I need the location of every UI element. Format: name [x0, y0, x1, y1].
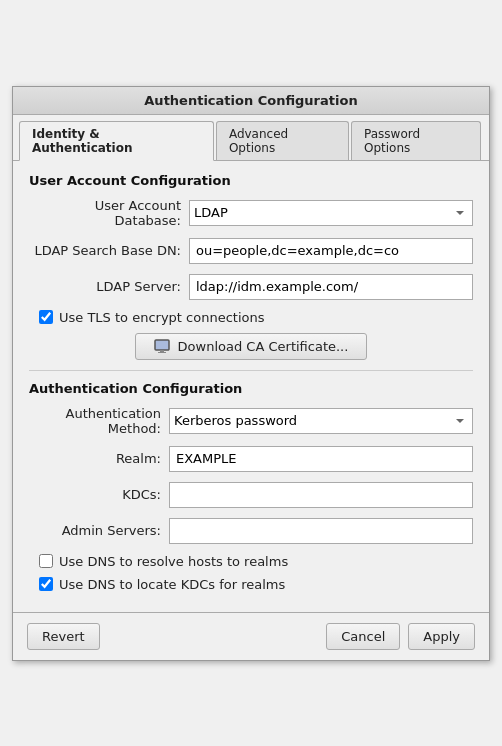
use-dns-hosts-label: Use DNS to resolve hosts to realms: [59, 554, 288, 569]
use-dns-kdcs-label: Use DNS to locate KDCs for realms: [59, 577, 285, 592]
tab-identity[interactable]: Identity & Authentication: [19, 121, 214, 161]
use-dns-hosts-row: Use DNS to resolve hosts to realms: [29, 554, 473, 569]
auth-config-section-title: Authentication Configuration: [29, 381, 473, 396]
main-dialog: Authentication Configuration Identity & …: [12, 86, 490, 661]
ldap-server-row: LDAP Server:: [29, 274, 473, 300]
auth-method-select[interactable]: Kerberos password LDAP password Local: [169, 408, 473, 434]
use-tls-label: Use TLS to encrypt connections: [59, 310, 264, 325]
use-tls-row: Use TLS to encrypt connections: [29, 310, 473, 325]
use-tls-checkbox[interactable]: [39, 310, 53, 324]
use-dns-kdcs-checkbox[interactable]: [39, 577, 53, 591]
user-account-database-row: User Account Database: LDAP Local NIS: [29, 198, 473, 228]
ldap-search-label: LDAP Search Base DN:: [29, 243, 189, 258]
apply-button[interactable]: Apply: [408, 623, 475, 650]
kdcs-row: KDCs:: [29, 482, 473, 508]
dialog-footer: Revert Cancel Apply: [13, 612, 489, 660]
auth-method-label: Authentication Method:: [29, 406, 169, 436]
download-cert-label: Download CA Certificate...: [178, 339, 349, 354]
admin-servers-label: Admin Servers:: [29, 523, 169, 538]
realm-row: Realm:: [29, 446, 473, 472]
ldap-search-input[interactable]: [189, 238, 473, 264]
section-divider: [29, 370, 473, 371]
tab-advanced[interactable]: Advanced Options: [216, 121, 349, 160]
revert-button[interactable]: Revert: [27, 623, 100, 650]
auth-method-row: Authentication Method: Kerberos password…: [29, 406, 473, 436]
dialog-title: Authentication Configuration: [144, 93, 357, 108]
user-account-database-label: User Account Database:: [29, 198, 189, 228]
footer-right-buttons: Cancel Apply: [326, 623, 475, 650]
ldap-search-row: LDAP Search Base DN:: [29, 238, 473, 264]
cancel-button[interactable]: Cancel: [326, 623, 400, 650]
dialog-titlebar: Authentication Configuration: [13, 87, 489, 115]
tab-bar: Identity & Authentication Advanced Optio…: [13, 115, 489, 161]
tab-password[interactable]: Password Options: [351, 121, 481, 160]
user-account-section-title: User Account Configuration: [29, 173, 473, 188]
kdcs-label: KDCs:: [29, 487, 169, 502]
ldap-server-label: LDAP Server:: [29, 279, 189, 294]
admin-servers-input[interactable]: [169, 518, 473, 544]
download-ca-cert-button[interactable]: Download CA Certificate...: [135, 333, 368, 360]
svg-rect-1: [160, 350, 164, 352]
user-account-database-select[interactable]: LDAP Local NIS: [189, 200, 473, 226]
use-dns-hosts-checkbox[interactable]: [39, 554, 53, 568]
kdcs-input[interactable]: [169, 482, 473, 508]
svg-rect-0: [155, 340, 169, 350]
use-dns-kdcs-row: Use DNS to locate KDCs for realms: [29, 577, 473, 592]
download-cert-row: Download CA Certificate...: [29, 333, 473, 360]
realm-input[interactable]: [169, 446, 473, 472]
admin-servers-row: Admin Servers:: [29, 518, 473, 544]
realm-label: Realm:: [29, 451, 169, 466]
monitor-icon: [154, 339, 172, 353]
svg-rect-2: [158, 352, 166, 353]
tab-content: User Account Configuration User Account …: [13, 161, 489, 612]
ldap-server-input[interactable]: [189, 274, 473, 300]
